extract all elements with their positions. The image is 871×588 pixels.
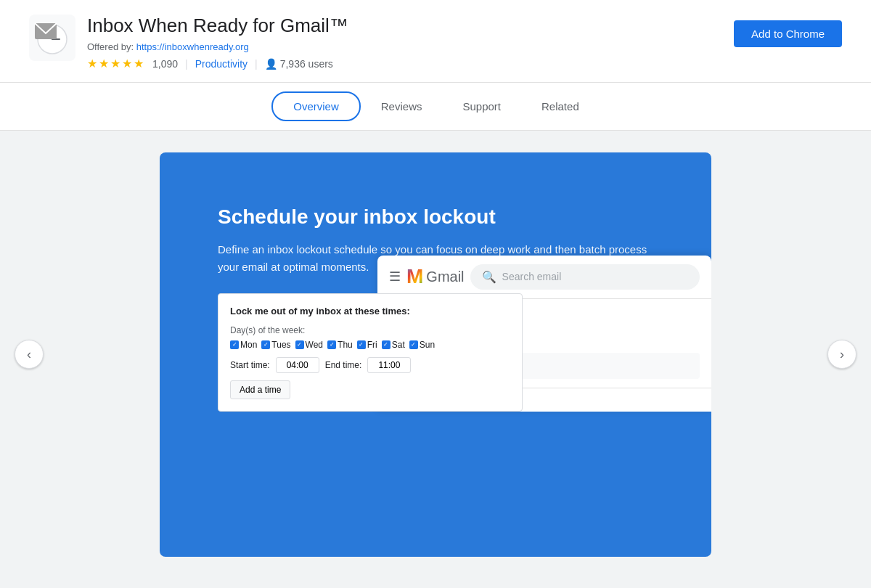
lockout-ui: Lock me out of my inbox at these times: … <box>218 293 523 412</box>
lockout-title: Lock me out of my inbox at these times: <box>230 306 510 317</box>
screenshot-card: Schedule your inbox lockout Define an in… <box>160 152 711 557</box>
extension-icon <box>29 15 75 61</box>
offered-by-link[interactable]: https://inboxwhenready.org <box>136 41 249 52</box>
search-icon: 🔍 <box>482 270 496 284</box>
day-sun: ✓ Sun <box>409 340 435 350</box>
users-info: 👤 7,936 users <box>265 58 333 70</box>
card-heading: Schedule your inbox lockout <box>218 205 653 229</box>
day-wed: ✓ Wed <box>295 340 323 350</box>
check-sun: ✓ <box>409 340 418 349</box>
add-to-chrome-button[interactable]: Add to Chrome <box>734 20 842 47</box>
days-label: Day(s) of the week: <box>230 325 510 335</box>
users-count: 7,936 users <box>280 58 333 70</box>
check-thu: ✓ <box>327 340 336 349</box>
rating-count: 1,090 <box>152 58 178 70</box>
day-fri: ✓ Fri <box>357 340 377 350</box>
check-tues: ✓ <box>261 340 270 349</box>
header-section: Inbox When Ready for Gmail™ Offered by: … <box>0 0 871 83</box>
header-left: Inbox When Ready for Gmail™ Offered by: … <box>29 15 348 70</box>
card-content-wrapper: Schedule your inbox lockout Define an in… <box>160 152 711 412</box>
tab-reviews[interactable]: Reviews <box>361 93 443 120</box>
tab-overview[interactable]: Overview <box>271 91 361 121</box>
meta-divider: | <box>185 58 188 70</box>
start-time-input[interactable] <box>276 357 319 373</box>
carousel-container: ‹ Schedule your inbox lockout Define an … <box>0 152 871 557</box>
meta-divider2: | <box>255 58 258 70</box>
search-placeholder: Search email <box>502 271 562 282</box>
check-fri: ✓ <box>357 340 366 349</box>
card-bottom-space <box>160 412 711 557</box>
carousel-left-arrow[interactable]: ‹ <box>15 340 44 369</box>
day-sat: ✓ Sat <box>382 340 405 350</box>
start-label: Start time: <box>230 360 270 370</box>
hamburger-icon[interactable]: ☰ <box>389 269 401 285</box>
category-link[interactable]: Productivity <box>195 58 248 70</box>
gmail-m-logo: M <box>406 265 423 288</box>
day-thu: ✓ Thu <box>327 340 353 350</box>
offered-by: Offered by: https://inboxwhenready.org <box>87 41 348 52</box>
gmail-logo: M Gmail <box>406 265 465 288</box>
star-rating: ★★★★★ <box>87 57 145 70</box>
time-row: Start time: End time: <box>230 357 510 373</box>
check-sat: ✓ <box>382 340 390 349</box>
check-wed: ✓ <box>295 340 304 349</box>
tab-support[interactable]: Support <box>442 93 521 120</box>
gmail-header: ☰ M Gmail 🔍 Search email <box>377 256 711 299</box>
end-label: End time: <box>325 360 362 370</box>
add-time-button[interactable]: Add a time <box>230 380 290 399</box>
gmail-text: Gmail <box>426 269 464 285</box>
extension-info: Inbox When Ready for Gmail™ Offered by: … <box>87 15 348 70</box>
end-time-input[interactable] <box>367 357 411 373</box>
nav-tabs-section: Overview Reviews Support Related <box>0 83 871 131</box>
days-row: ✓ Mon ✓ Tues ✓ Wed <box>230 340 510 350</box>
extension-title: Inbox When Ready for Gmail™ <box>87 15 348 37</box>
check-mon: ✓ <box>230 340 239 349</box>
day-tues: ✓ Tues <box>261 340 290 350</box>
gmail-search-bar[interactable]: 🔍 Search email <box>470 264 700 290</box>
main-content: ‹ Schedule your inbox lockout Define an … <box>0 131 871 579</box>
tab-related[interactable]: Related <box>521 93 600 120</box>
carousel-right-arrow[interactable]: › <box>827 340 856 369</box>
meta-row: ★★★★★ 1,090 | Productivity | 👤 7,936 use… <box>87 57 348 70</box>
day-mon: ✓ Mon <box>230 340 257 350</box>
nav-tabs: Overview Reviews Support Related <box>271 83 599 130</box>
users-icon: 👤 <box>265 58 277 70</box>
